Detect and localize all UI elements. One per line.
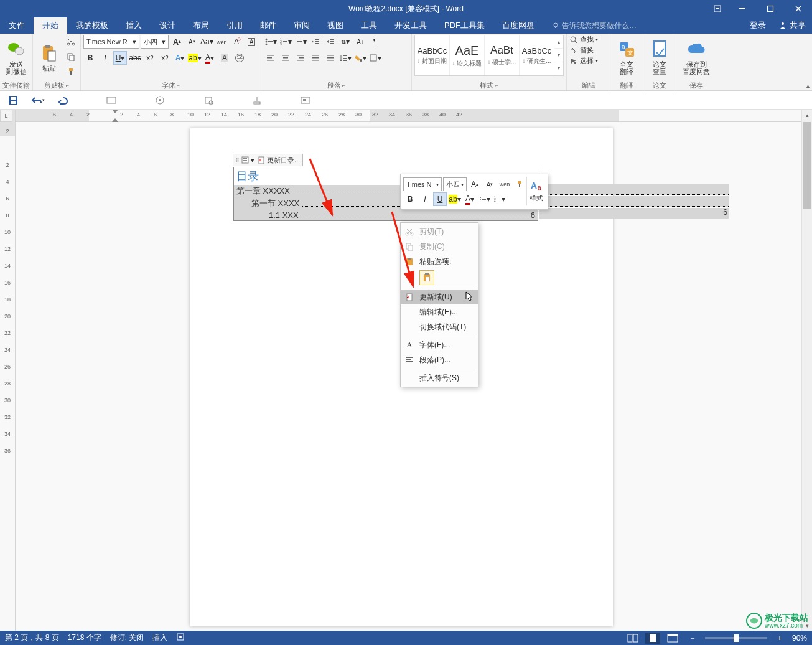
mini-underline[interactable]: U bbox=[433, 192, 447, 206]
replace-button[interactable]: 替换 bbox=[569, 45, 594, 55]
align-center-button[interactable] bbox=[279, 51, 292, 65]
qat-btn-1[interactable] bbox=[105, 93, 118, 107]
qat-save-button[interactable] bbox=[6, 93, 20, 107]
qat-btn-2[interactable] bbox=[153, 93, 167, 107]
mini-format-painter[interactable] bbox=[513, 177, 526, 191]
close-button[interactable] bbox=[784, 0, 812, 17]
cm-edit-field[interactable]: 编辑域(E)... bbox=[401, 304, 478, 319]
font-family-select[interactable]: Times New R▾ bbox=[83, 35, 139, 49]
paste-keep-source-button[interactable] bbox=[419, 270, 434, 285]
cut-button[interactable] bbox=[64, 35, 78, 49]
qat-btn-3[interactable] bbox=[202, 93, 215, 107]
tab-baidu[interactable]: 百度网盘 bbox=[493, 17, 543, 34]
style-expand[interactable]: ▾ bbox=[554, 62, 563, 75]
status-words[interactable]: 1718 个字 bbox=[68, 633, 101, 643]
shrink-font-button[interactable]: A▾ bbox=[185, 35, 198, 49]
line-spacing-button[interactable]: ▾ bbox=[338, 51, 352, 65]
view-print-button[interactable] bbox=[645, 633, 660, 644]
cm-paragraph[interactable]: 段落(P)... bbox=[401, 352, 478, 367]
vertical-ruler[interactable]: 224681012141618202224262830323436 bbox=[0, 110, 16, 631]
mini-styles-button[interactable]: Aa 样式 bbox=[526, 177, 545, 205]
asian-layout-button[interactable]: ⇅▾ bbox=[338, 35, 352, 49]
tab-design[interactable]: 设计 bbox=[151, 17, 184, 34]
zoom-in-button[interactable]: + bbox=[772, 633, 787, 644]
send-to-wechat-button[interactable]: 发送 到微信 bbox=[2, 35, 30, 80]
tab-home[interactable]: 开始 bbox=[34, 17, 67, 34]
bullets-button[interactable]: ▾ bbox=[264, 35, 278, 49]
tab-pdf[interactable]: PDF工具集 bbox=[436, 17, 493, 34]
tab-tools[interactable]: 工具 bbox=[352, 17, 386, 34]
find-button[interactable]: 查找▾ bbox=[569, 35, 598, 44]
tab-view[interactable]: 视图 bbox=[319, 17, 352, 34]
zoom-level[interactable]: 90% bbox=[792, 634, 807, 643]
mini-grow-font[interactable]: A▴ bbox=[468, 177, 482, 191]
mini-bold[interactable]: B bbox=[403, 192, 417, 206]
thesis-check-button[interactable]: 论文 查重 bbox=[646, 35, 673, 80]
font-color-button[interactable]: A▾ bbox=[203, 51, 217, 65]
cm-cut[interactable]: 剪切(T) bbox=[401, 224, 478, 239]
ribbon-options-icon[interactable] bbox=[707, 0, 728, 17]
mini-font-select[interactable]: Times N▾ bbox=[403, 177, 442, 191]
multilevel-button[interactable]: ▾ bbox=[294, 35, 307, 49]
char-border-button[interactable]: A bbox=[245, 35, 258, 49]
style-item[interactable]: AaBbCc↓ 封面日期 bbox=[415, 35, 450, 75]
align-distributed-button[interactable] bbox=[324, 51, 337, 65]
increase-indent-button[interactable] bbox=[324, 35, 337, 49]
zoom-slider[interactable] bbox=[705, 637, 767, 639]
mini-font-color[interactable]: A▾ bbox=[463, 192, 477, 206]
status-insert[interactable]: 插入 bbox=[152, 633, 167, 643]
toc-line-3[interactable]: 1.1 XXX6 bbox=[234, 210, 538, 220]
view-read-button[interactable] bbox=[625, 633, 640, 644]
mini-numbering[interactable]: 12▾ bbox=[493, 192, 506, 206]
login-button[interactable]: 登录 bbox=[744, 17, 772, 34]
decrease-indent-button[interactable] bbox=[309, 35, 322, 49]
grow-font-button[interactable]: A▴ bbox=[170, 35, 184, 49]
numbering-button[interactable]: 123▾ bbox=[279, 35, 292, 49]
strikethrough-button[interactable]: abc bbox=[128, 51, 142, 65]
status-track[interactable]: 修订: 关闭 bbox=[110, 633, 144, 643]
align-justify-button[interactable] bbox=[309, 51, 322, 65]
tab-mailings[interactable]: 邮件 bbox=[251, 17, 285, 34]
select-button[interactable]: 选择▾ bbox=[569, 56, 598, 65]
cm-insert-symbol[interactable]: 插入符号(S) bbox=[401, 370, 478, 385]
style-scroll-up[interactable]: ▴ bbox=[554, 35, 563, 49]
subscript-button[interactable]: x2 bbox=[143, 51, 157, 65]
collapse-ribbon-button[interactable]: ▴ bbox=[806, 82, 810, 89]
italic-button[interactable]: I bbox=[98, 51, 112, 65]
paste-button[interactable]: 粘贴 bbox=[35, 35, 63, 80]
save-baidu-button[interactable]: 保存到 百度网盘 bbox=[679, 35, 714, 80]
view-web-button[interactable] bbox=[665, 633, 680, 644]
tab-file[interactable]: 文件 bbox=[0, 17, 34, 34]
highlight-button[interactable]: ab▾ bbox=[188, 51, 202, 65]
style-item[interactable]: AaBbCc↓ 研究生... bbox=[520, 35, 554, 75]
tab-insert[interactable]: 插入 bbox=[117, 17, 151, 34]
qat-btn-4[interactable] bbox=[250, 93, 264, 107]
ruler-corner[interactable]: L bbox=[0, 110, 12, 122]
tell-me-search[interactable]: 告诉我您想要做什么… bbox=[543, 17, 645, 34]
style-item[interactable]: AaE↓ 论文标题 bbox=[450, 35, 485, 75]
cm-toggle-codes[interactable]: 切换域代码(T) bbox=[401, 319, 478, 334]
cm-copy[interactable]: 复制(C) bbox=[401, 239, 478, 254]
scroll-thumb[interactable] bbox=[803, 122, 811, 209]
enclose-char-button[interactable]: 字 bbox=[233, 51, 246, 65]
mini-shrink-font[interactable]: A▾ bbox=[483, 177, 497, 191]
qat-redo-button[interactable] bbox=[56, 93, 70, 107]
borders-button[interactable]: ▾ bbox=[368, 51, 382, 65]
align-right-button[interactable] bbox=[294, 51, 307, 65]
show-marks-button[interactable]: ¶ bbox=[368, 35, 382, 49]
minimize-button[interactable] bbox=[728, 0, 756, 17]
bold-button[interactable]: B bbox=[83, 51, 97, 65]
format-painter-button[interactable] bbox=[64, 65, 78, 78]
char-shading-button[interactable]: A bbox=[218, 51, 231, 65]
font-size-select[interactable]: 小四▾ bbox=[141, 35, 169, 49]
style-gallery[interactable]: AaBbCc↓ 封面日期 AaE↓ 论文标题 AaBt↓ 硕士学... AaBb… bbox=[414, 35, 564, 76]
translate-button[interactable]: a文全文 翻译 bbox=[613, 35, 640, 80]
vertical-scrollbar[interactable]: ▴ ▾ bbox=[801, 110, 812, 631]
mini-highlight[interactable]: ab▾ bbox=[448, 192, 462, 206]
zoom-out-button[interactable]: − bbox=[685, 633, 700, 644]
copy-button[interactable] bbox=[64, 50, 78, 64]
horizontal-ruler[interactable]: 6422468101214161820222426283032343638404… bbox=[16, 110, 801, 122]
styles-launcher[interactable]: ⌐ bbox=[495, 82, 498, 88]
phonetic-guide-button[interactable]: wén bbox=[215, 35, 228, 49]
tab-references[interactable]: 引用 bbox=[218, 17, 251, 34]
